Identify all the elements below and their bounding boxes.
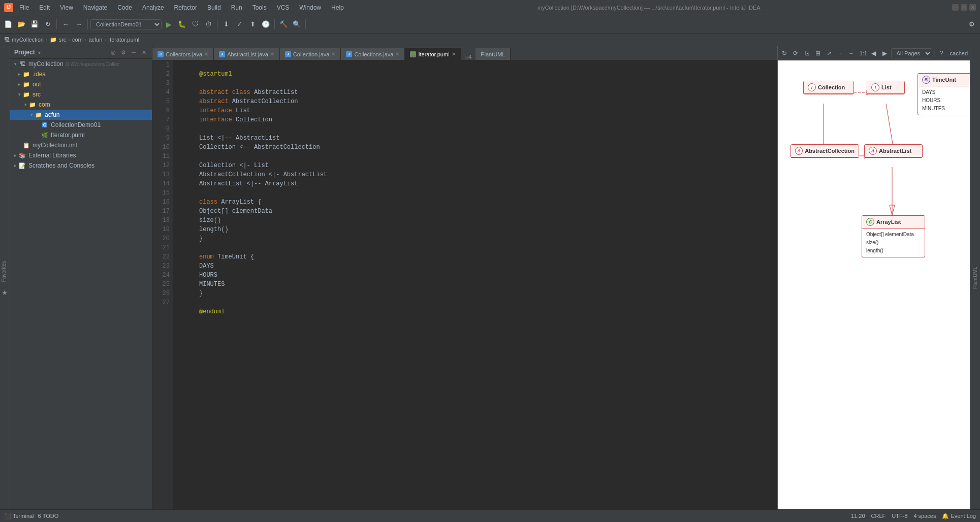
tree-item-com[interactable]: ▾ 📁 com	[10, 100, 152, 110]
tab-close-collectors[interactable]: ✕	[204, 51, 208, 57]
preview-copy-button[interactable]: ⎘	[802, 48, 812, 59]
tab-close-collections[interactable]: ✕	[395, 51, 399, 57]
breadcrumb-acfun[interactable]: acfun	[88, 37, 102, 43]
code-content[interactable]: @startuml abstract class AbstractList ab…	[193, 60, 333, 509]
menu-refactor[interactable]: Refactor	[172, 4, 199, 11]
menu-navigate[interactable]: Navigate	[81, 4, 109, 11]
breadcrumb-src[interactable]: src	[59, 37, 67, 43]
tree-item-myCollection[interactable]: ▾ 🏗 myCollection D:\Workspace\myCollec	[10, 59, 152, 69]
menu-analyze[interactable]: Analyze	[140, 4, 166, 11]
sidebar-dropdown-icon[interactable]: ▾	[38, 50, 41, 55]
plantuml-tab-label[interactable]: PlantUML	[971, 263, 979, 293]
run-config-dropdown[interactable]: CollectionDemo01	[90, 19, 162, 29]
tab-plantuml[interactable]: PlantUML	[476, 48, 511, 60]
forward-button[interactable]: →	[73, 18, 85, 30]
tab-close-iterator[interactable]: ✕	[452, 51, 456, 57]
tree-item-Iterator-puml[interactable]: 🌿 Iterator.puml	[10, 130, 152, 140]
preview-zoom-out-button[interactable]: −	[846, 48, 856, 59]
tree-item-src[interactable]: ▾ 📁 src	[10, 89, 152, 100]
menu-view[interactable]: View	[58, 4, 75, 11]
tab-close-abstractlist[interactable]: ✕	[270, 51, 274, 57]
event-log-button[interactable]: 🔔 Event Log	[942, 513, 976, 519]
preview-zoom-in-button[interactable]: +	[835, 48, 845, 59]
preview-prev-button[interactable]: ◀	[869, 48, 878, 59]
preview-refresh-button[interactable]: ↻	[780, 48, 789, 59]
folder-icon-out: 📁	[22, 80, 30, 88]
indent-setting[interactable]: 4 spaces	[913, 513, 936, 519]
tab-iterator-puml[interactable]: 🌿 Iterator.puml ✕	[405, 48, 461, 60]
menu-code[interactable]: Code	[115, 4, 134, 11]
preview-refresh2-button[interactable]: ⟳	[791, 48, 801, 59]
tree-item-CollectionDemo01[interactable]: C CollectionDemo01	[10, 120, 152, 130]
window-title: myCollection [D:\Workspace\myCollection]…	[356, 5, 942, 11]
save-button[interactable]: 💾	[28, 18, 41, 30]
tree-item-scratches[interactable]: ▸ 📝 Scratches and Consoles	[10, 160, 152, 171]
minimize-button[interactable]: ─	[952, 4, 959, 11]
breadcrumb-file[interactable]: Iterator.puml	[108, 37, 139, 43]
sidebar-header: Project ▾ ◎ ⚙ ─ ✕	[10, 46, 152, 59]
close-button[interactable]: ✕	[969, 4, 976, 11]
back-button[interactable]: ←	[59, 18, 72, 30]
star-icon[interactable]: ★	[0, 286, 10, 299]
status-right: 11:20 CRLF UTF-8 4 spaces 🔔 Event Log	[851, 513, 976, 519]
tree-item-iml[interactable]: 📋 myCollection.iml	[10, 140, 152, 150]
sidebar-icon-scope[interactable]: ◎	[109, 48, 117, 56]
toolbar-sep-5	[305, 19, 306, 29]
vcs-history-button[interactable]: 🕐	[260, 18, 272, 30]
sync-button[interactable]: ↻	[42, 18, 54, 30]
sidebar-icon-close[interactable]: ✕	[140, 48, 148, 56]
tree-item-out[interactable]: ▸ 📁 out	[10, 79, 152, 89]
line-ending[interactable]: CRLF	[871, 513, 886, 519]
sidebar-icon-config[interactable]: ⚙	[119, 48, 128, 56]
coverage-button[interactable]: 🛡	[189, 18, 201, 30]
tab-overflow[interactable]: ≡4	[461, 54, 476, 60]
tab-collectors[interactable]: J Collectors.java ✕	[152, 48, 214, 60]
debug-button[interactable]: 🐛	[176, 18, 188, 30]
new-file-button[interactable]: 📄	[2, 18, 14, 30]
tab-collection[interactable]: J Collection.java ✕	[280, 48, 341, 60]
tree-item-external-libs[interactable]: ▸ 📚 External Libraries	[10, 150, 152, 160]
menu-edit[interactable]: Edit	[37, 4, 52, 11]
preview-canvas[interactable]: I Collection I List B	[778, 60, 970, 509]
settings-button[interactable]: ⚙	[966, 18, 978, 30]
preview-export-button[interactable]: ↗	[824, 48, 834, 59]
cursor-position[interactable]: 11:20	[851, 513, 865, 519]
profile-button[interactable]: ⏱	[202, 18, 214, 30]
vcs-update-button[interactable]: ⬇	[220, 18, 232, 30]
build-button[interactable]: 🔨	[277, 18, 290, 30]
tab-collections[interactable]: J Collections.java ✕	[341, 48, 405, 60]
menu-vcs[interactable]: VCS	[275, 4, 292, 11]
breadcrumb-com[interactable]: com	[72, 37, 83, 43]
preview-pages-select[interactable]: All Pages	[891, 48, 932, 58]
favorites-tab[interactable]: Favorites	[0, 257, 8, 286]
menu-window[interactable]: Window	[297, 4, 323, 11]
tab-close-collection[interactable]: ✕	[331, 51, 335, 57]
preview-next-button[interactable]: ▶	[880, 48, 890, 59]
menu-run[interactable]: Run	[229, 4, 244, 11]
open-button[interactable]: 📂	[15, 18, 27, 30]
vcs-push-button[interactable]: ⬆	[246, 18, 259, 30]
preview-grid-button[interactable]: ⊞	[813, 48, 823, 59]
vcs-commit-button[interactable]: ✓	[233, 18, 245, 30]
tree-item-idea[interactable]: ▸ 📁 .idea	[10, 69, 152, 79]
search-everywhere-button[interactable]: 🔍	[291, 18, 303, 30]
breadcrumb-project[interactable]: myCollection	[12, 37, 44, 43]
timeunit-type-badge: B	[922, 76, 930, 84]
menu-build[interactable]: Build	[205, 4, 223, 11]
editor[interactable]: 12345 678910 1112131415 1617181920 21222…	[152, 60, 777, 509]
menu-help[interactable]: Help	[329, 4, 346, 11]
preview-help-button[interactable]: ?	[937, 48, 946, 59]
breadcrumb-icon: 🏗	[4, 37, 10, 43]
encoding[interactable]: UTF-8	[892, 513, 907, 519]
run-button[interactable]: ▶	[163, 18, 175, 30]
menu-tools[interactable]: Tools	[250, 4, 269, 11]
sidebar-icon-minimize[interactable]: ─	[130, 48, 138, 56]
toolbar-sep-2	[87, 19, 88, 29]
tab-abstractlist[interactable]: J AbstractList.java ✕	[214, 48, 280, 60]
maximize-button[interactable]: □	[961, 4, 967, 11]
menu-file[interactable]: File	[17, 4, 31, 11]
todo-button[interactable]: 6 TODO	[38, 513, 59, 519]
arraylist-elementdata: Object[] elementData	[866, 231, 921, 239]
tree-item-acfun[interactable]: ▾ 📁 acfun	[10, 110, 152, 120]
terminal-button[interactable]: ⬛ Terminal	[4, 513, 34, 519]
